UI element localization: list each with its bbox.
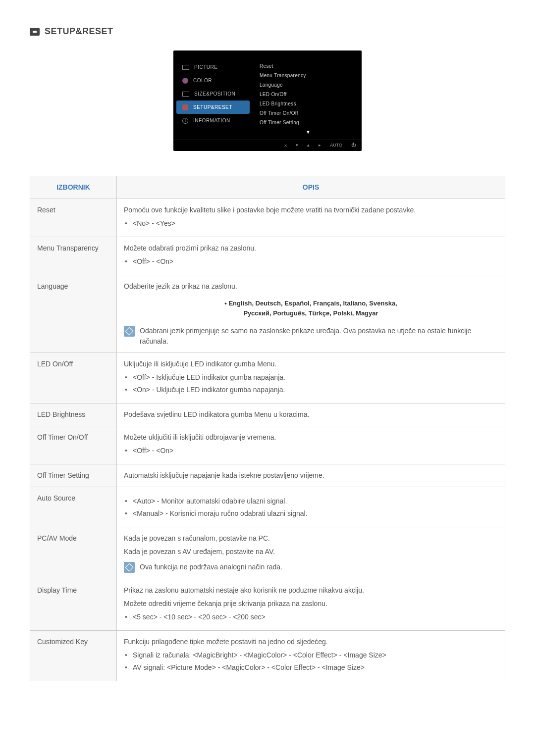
osd-cat-label: PICTURE [194, 63, 217, 71]
info-icon [182, 118, 188, 124]
osd-up-icon[interactable]: ▴ [307, 142, 310, 149]
language-list: • English, Deutsch, Español, Français, I… [124, 299, 498, 319]
row-key: LED On/Off [30, 353, 117, 403]
row-key: Menu Transparency [30, 237, 117, 275]
osd-close-icon[interactable]: ⨉ [284, 142, 287, 149]
row-key: PC/AV Mode [30, 527, 117, 579]
osd-right-icon[interactable]: ▸ [319, 142, 321, 149]
section-heading: SETUP&RESET [30, 25, 505, 38]
row-text: Kada je povezan s računalom, postavite n… [124, 533, 498, 544]
osd-right-column: Reset Menu Transparency Language LED On/… [253, 55, 362, 140]
row-bullet: <Auto> - Monitor automatski odabire ulaz… [124, 496, 498, 506]
osd-down-arrow-icon[interactable]: ▼ [260, 127, 357, 136]
osd-down-icon[interactable]: ▾ [296, 142, 298, 149]
row-desc: Prikaz na zaslonu automatski nestaje ako… [117, 579, 505, 631]
row-key: Auto Source [30, 487, 117, 527]
row-bullet: <No> - <Yes> [124, 218, 498, 229]
osd-item[interactable]: LED Brightness [260, 99, 357, 108]
osd-left-column: PICTURE COLOR SIZE&POSITION SETUP&RESET … [173, 55, 253, 140]
osd-cat-label: COLOR [193, 77, 212, 84]
row-desc: <Auto> - Monitor automatski odabire ulaz… [117, 487, 505, 527]
row-bullet: AV signali: <Picture Mode> - <MagicColor… [124, 662, 498, 673]
row-bullet: <Off> - Isključuje LED indikator gumba n… [124, 372, 498, 383]
monitor-icon [30, 28, 40, 36]
osd-cat-setup[interactable]: SETUP&RESET [176, 101, 250, 114]
table-row: LED On/Off Uključuje ili isključuje LED … [30, 353, 505, 403]
table-row: Off Timer Setting Automatski isključuje … [30, 464, 505, 487]
table-header-desc: OPIS [117, 176, 505, 199]
size-icon [182, 92, 189, 97]
note-icon [124, 562, 135, 573]
table-header-menu: IZBORNIK [30, 176, 117, 199]
section-title-text: SETUP&RESET [45, 25, 113, 38]
lang-line: • English, Deutsch, Español, Français, I… [124, 299, 498, 309]
table-row: Menu Transparency Možete odabrati prozir… [30, 237, 505, 275]
row-text: Odaberite jezik za prikaz na zaslonu. [124, 281, 498, 292]
row-bullet: <Off> - <On> [124, 446, 498, 456]
osd-cat-picture[interactable]: PICTURE [173, 60, 253, 74]
row-bullet: <Manual> - Korisnici moraju ručno odabra… [124, 508, 498, 519]
osd-cat-info[interactable]: INFORMATION [173, 114, 253, 127]
table-row: LED Brightness Podešava svjetlinu LED in… [30, 403, 505, 426]
osd-power-icon[interactable]: ⏻ [351, 142, 356, 149]
table-row: Language Odaberite jezik za prikaz na za… [30, 275, 505, 353]
osd-auto-label[interactable]: AUTO [330, 142, 342, 149]
lang-line: Русский, Português, Türkçe, Polski, Magy… [124, 308, 498, 319]
row-text: Možete uključiti ili isključiti odbrojav… [124, 432, 498, 443]
table-row: Customized Key Funkciju prilagođene tipk… [30, 631, 505, 681]
row-desc: Odaberite jezik za prikaz na zaslonu. • … [117, 275, 505, 353]
row-text: Kada je povezan s AV uređajem, postavite… [124, 547, 498, 557]
row-bullet: <5 sec> - <10 sec> - <20 sec> - <200 sec… [124, 612, 498, 622]
osd-item[interactable]: Language [260, 80, 357, 90]
row-bullet: Signali iz računala: <MagicBright> - <Ma… [124, 650, 498, 660]
gear-icon [182, 104, 188, 110]
row-desc: Podešava svjetlinu LED indikatora gumba … [117, 403, 505, 426]
row-text: Prikaz na zaslonu automatski nestaje ako… [124, 585, 498, 596]
row-key: Off Timer On/Off [30, 426, 117, 464]
osd-cat-size[interactable]: SIZE&POSITION [173, 87, 253, 101]
row-text: Uključuje ili isključuje LED indikator g… [124, 359, 498, 369]
osd-cat-label: SIZE&POSITION [194, 90, 235, 98]
row-key: Off Timer Setting [30, 464, 117, 487]
osd-item[interactable]: LED On/Off [260, 90, 357, 99]
row-text: Možete odabrati prozirni prikaz na zaslo… [124, 243, 498, 253]
table-row: Reset Pomoću ove funkcije kvalitetu slik… [30, 199, 505, 237]
row-key: LED Brightness [30, 403, 117, 426]
osd-item[interactable]: Reset [260, 61, 357, 71]
row-text: Pomoću ove funkcije kvalitetu slike i po… [124, 205, 498, 215]
spec-table: IZBORNIK OPIS Reset Pomoću ove funkcije … [30, 176, 505, 682]
osd-cat-label: SETUP&RESET [193, 103, 232, 111]
osd-cat-label: INFORMATION [193, 117, 230, 124]
row-key: Reset [30, 199, 117, 237]
picture-icon [182, 65, 189, 70]
row-desc: Možete odabrati prozirni prikaz na zaslo… [117, 237, 505, 275]
osd-footer: ⨉ ▾ ▴ ▸ AUTO ⏻ [173, 140, 362, 151]
row-desc: Možete uključiti ili isključiti odbrojav… [117, 426, 505, 464]
osd-item[interactable]: Menu Transparency [260, 71, 357, 80]
row-key: Customized Key [30, 631, 117, 681]
row-key: Display Time [30, 579, 117, 631]
row-desc: Kada je povezan s računalom, postavite n… [117, 527, 505, 579]
row-desc: Uključuje ili isključuje LED indikator g… [117, 353, 505, 403]
osd-item[interactable]: Off Timer On/Off [260, 108, 357, 118]
osd-panel: PICTURE COLOR SIZE&POSITION SETUP&RESET … [173, 50, 362, 151]
osd-body: PICTURE COLOR SIZE&POSITION SETUP&RESET … [173, 55, 362, 140]
table-row: Off Timer On/Off Možete uključiti ili is… [30, 426, 505, 464]
row-bullet: <Off> - <On> [124, 256, 498, 267]
note-text: Ova funkcija ne podržava analogni način … [140, 562, 282, 572]
table-row: Display Time Prikaz na zaslonu automatsk… [30, 579, 505, 631]
row-desc: Funkciju prilagođene tipke možete postav… [117, 631, 505, 681]
osd-wrap: PICTURE COLOR SIZE&POSITION SETUP&RESET … [30, 50, 505, 151]
table-row: PC/AV Mode Kada je povezan s računalom, … [30, 527, 505, 579]
palette-icon [182, 78, 188, 84]
row-key: Language [30, 275, 117, 353]
table-row: Auto Source <Auto> - Monitor automatski … [30, 487, 505, 527]
note-block: Odabrani jezik primjenjuje se samo na za… [124, 326, 498, 347]
row-text: Možete odrediti vrijeme čekanja prije sk… [124, 599, 498, 609]
osd-cat-color[interactable]: COLOR [173, 74, 253, 87]
row-text: Funkciju prilagođene tipke možete postav… [124, 637, 498, 647]
note-icon [124, 326, 135, 337]
row-desc: Pomoću ove funkcije kvalitetu slike i po… [117, 199, 505, 237]
row-desc: Automatski isključuje napajanje kada ist… [117, 464, 505, 487]
osd-item[interactable]: Off Timer Setting [260, 118, 357, 127]
